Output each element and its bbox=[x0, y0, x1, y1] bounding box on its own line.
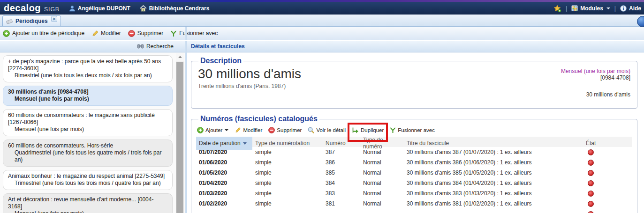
user-name: Angélique DUPONT bbox=[78, 5, 130, 12]
brand-name: decalog bbox=[4, 3, 41, 14]
details-panel-title: Détails et fascicules bbox=[191, 43, 245, 50]
periodical-list-item[interactable]: + de pep's magazine : parce que la vie e… bbox=[3, 55, 173, 82]
cell-numbering: simple bbox=[252, 180, 323, 186]
issues-legend: Numéros (fascicules) catalogués bbox=[198, 115, 319, 123]
delete-label: Supprimer bbox=[137, 30, 163, 37]
add-periodical-button[interactable]: Ajouter un titre de périodique bbox=[3, 30, 84, 37]
tab-periodiques[interactable]: Périodiques bbox=[2, 15, 61, 26]
remove-icon bbox=[268, 127, 275, 133]
column-header[interactable]: Date de parution bbox=[196, 137, 252, 150]
cell-number: 386 bbox=[323, 159, 360, 166]
periodical-collection: 30 millions d'amis bbox=[561, 91, 630, 98]
cell-status bbox=[583, 191, 632, 197]
status-red-icon bbox=[588, 170, 594, 176]
modules-menu[interactable]: Modules bbox=[571, 5, 610, 12]
app-logo: decalog SIGB bbox=[4, 3, 60, 14]
issue-delete-label: Supprimer bbox=[277, 127, 302, 133]
column-header-label: État bbox=[586, 140, 596, 147]
cell-number-type: Normal bbox=[360, 159, 404, 166]
home-icon bbox=[140, 5, 147, 12]
cell-number-type: Normal bbox=[360, 149, 404, 155]
favorites-icon[interactable] bbox=[553, 5, 561, 12]
periodical-item-frequency: Trimestriel (une fois tous les trois moi… bbox=[8, 180, 167, 187]
details-panel: Détails et fascicules Description 30 mil… bbox=[187, 41, 644, 213]
close-icon[interactable] bbox=[51, 16, 57, 22]
separator: | bbox=[614, 5, 616, 12]
edit-button[interactable]: Modifier bbox=[91, 30, 121, 37]
cell-number-type: Normal bbox=[360, 200, 404, 207]
issues-table: Date de parutionType de numérotationNumé… bbox=[196, 137, 632, 213]
periodical-list: + de pep's magazine : parce que la vie e… bbox=[0, 52, 185, 213]
details-panel-header: Détails et fascicules bbox=[187, 41, 644, 52]
status-red-icon bbox=[588, 191, 594, 197]
description-legend: Description bbox=[198, 57, 243, 65]
issue-delete-button[interactable]: Supprimer bbox=[268, 127, 302, 133]
cell-number: 387 bbox=[323, 149, 360, 155]
modules-label: Modules bbox=[580, 5, 603, 12]
periodical-item-frequency: Mensuel (une fois par mois) bbox=[8, 210, 167, 213]
cell-numbering: simple bbox=[252, 169, 323, 176]
periodical-list-item[interactable]: 30 millions d'amis [0984-4708]Mensuel (u… bbox=[3, 86, 173, 106]
cell-status bbox=[583, 170, 632, 176]
column-header[interactable]: Titre du fascicule bbox=[404, 137, 583, 150]
issue-duplicate-button[interactable]: Dupliquer bbox=[352, 127, 384, 133]
cell-numbering: simple bbox=[252, 149, 323, 155]
topbar: decalog SIGB Angélique DUPONT Bibliothèq… bbox=[0, 2, 644, 15]
cell-date: 01/07/2020 bbox=[196, 149, 252, 155]
current-library[interactable]: Bibliothèque Cendrars bbox=[140, 5, 210, 12]
issue-edit-button[interactable]: Modifier bbox=[235, 127, 262, 133]
table-row[interactable]: 01/07/2020simple387Normal30 millions d'a… bbox=[196, 147, 632, 157]
column-header[interactable]: Numéro bbox=[323, 137, 360, 150]
delete-button[interactable]: Supprimer bbox=[128, 30, 163, 37]
pencil-icon bbox=[91, 30, 98, 37]
cell-number: 381 bbox=[323, 200, 360, 207]
table-row[interactable]: 01/05/2020simple385Normal30 millions d'a… bbox=[196, 168, 632, 178]
sidebar-header: Recherche bbox=[0, 41, 185, 52]
panel-toggle-button[interactable] bbox=[637, 16, 644, 27]
periodical-title: 30 millions d'amis bbox=[198, 66, 301, 82]
details-body: Description 30 millions d'amis Trente mi… bbox=[187, 52, 644, 213]
periodical-list-item[interactable]: 60 millions de consommateurs : le magazi… bbox=[3, 109, 173, 136]
periodical-item-title: Animaux bonheur : le magazine du respect… bbox=[8, 173, 167, 180]
periodical-list-item[interactable]: Art et décoration : revue mensuelle d'ar… bbox=[3, 193, 173, 213]
cell-title: 30 millions d'amis 384 (01/04/2020) : 1 … bbox=[404, 180, 583, 186]
user-icon bbox=[69, 5, 76, 12]
column-header[interactable]: État bbox=[583, 137, 632, 150]
issues-toolbar: Ajouter Modifier bbox=[196, 124, 632, 137]
issue-merge-button[interactable]: Fusionner avec bbox=[390, 127, 435, 133]
cell-number: 384 bbox=[323, 180, 360, 186]
cell-title: 30 millions d'amis 385 (01/05/2020) : 1 … bbox=[404, 169, 583, 176]
binoculars-icon bbox=[137, 44, 144, 49]
table-row[interactable]: 01/03/2020simple383Normal30 millions d'a… bbox=[196, 188, 632, 198]
column-header-label: Type de numérotation bbox=[255, 140, 310, 147]
table-row[interactable]: 01/04/2020simple384Normal30 millions d'a… bbox=[196, 178, 632, 188]
periodical-list-item[interactable]: 60 millions de consommateurs. Hors-série… bbox=[3, 140, 173, 167]
periodical-item-title: 60 millions de consommateurs. Hors-série bbox=[8, 142, 167, 149]
cell-date: 01/06/2020 bbox=[196, 159, 252, 166]
issue-duplicate-label: Dupliquer bbox=[361, 127, 384, 133]
magnifier-icon bbox=[308, 127, 314, 133]
cell-status bbox=[583, 201, 632, 207]
main-toolbar: Ajouter un titre de périodique Modifier … bbox=[0, 27, 644, 40]
sidebar-scrollbar[interactable] bbox=[176, 53, 184, 213]
column-header[interactable]: Type de numérotation bbox=[252, 137, 323, 150]
help-menu[interactable]: Aide bbox=[620, 5, 641, 12]
scroll-up-icon bbox=[178, 56, 182, 58]
search-button[interactable]: Recherche bbox=[137, 43, 174, 50]
issue-add-button[interactable]: Ajouter bbox=[197, 127, 228, 133]
help-label: Aide bbox=[629, 5, 641, 12]
scroll-up-button[interactable] bbox=[176, 53, 184, 61]
periodical-list-item[interactable]: Animaux bonheur : le magazine du respect… bbox=[3, 170, 173, 190]
scrollbar-thumb[interactable] bbox=[176, 62, 183, 213]
table-row[interactable]: 01/06/2020simple386Normal30 millions d'a… bbox=[196, 157, 632, 168]
table-row[interactable]: 01/02/2020simple381Normal30 millions d'a… bbox=[196, 198, 632, 209]
periodical-issn: [0984-4708] bbox=[561, 74, 630, 81]
topbar-right: | Modules | Aide bbox=[553, 5, 641, 12]
current-user[interactable]: Angélique DUPONT bbox=[69, 5, 130, 12]
issue-merge-label: Fusionner avec bbox=[398, 127, 435, 133]
column-header[interactable]: Type de numéro bbox=[360, 137, 404, 150]
cell-date: 01/03/2020 bbox=[196, 190, 252, 197]
issue-view-detail-button[interactable]: Voir le détail bbox=[308, 127, 346, 133]
modules-grid-icon bbox=[571, 5, 578, 11]
chevron-down-icon bbox=[606, 7, 610, 9]
